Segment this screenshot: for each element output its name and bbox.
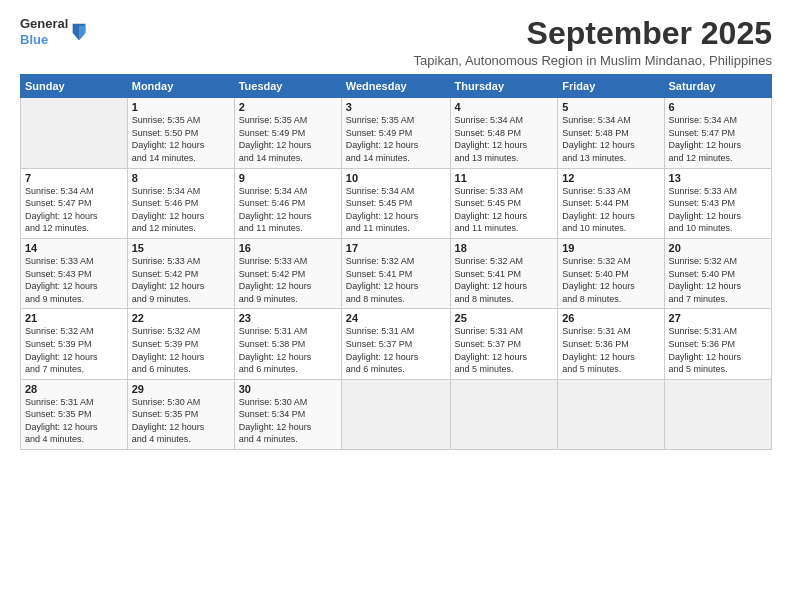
day-cell: 28Sunrise: 5:31 AMSunset: 5:35 PMDayligh… [21,379,128,449]
page: General Blue September 2025 Tapikan, Aut… [0,0,792,612]
month-title: September 2025 [414,16,772,51]
day-number: 4 [455,101,554,113]
day-cell: 18Sunrise: 5:32 AMSunset: 5:41 PMDayligh… [450,238,558,308]
week-row-4: 21Sunrise: 5:32 AMSunset: 5:39 PMDayligh… [21,309,772,379]
day-number: 1 [132,101,230,113]
logo: General Blue [20,16,88,47]
day-header-tuesday: Tuesday [234,75,341,98]
day-info: Sunrise: 5:34 AMSunset: 5:46 PMDaylight:… [132,185,230,235]
day-number: 12 [562,172,659,184]
day-cell: 10Sunrise: 5:34 AMSunset: 5:45 PMDayligh… [341,168,450,238]
day-info: Sunrise: 5:34 AMSunset: 5:48 PMDaylight:… [562,114,659,164]
day-number: 7 [25,172,123,184]
day-cell: 27Sunrise: 5:31 AMSunset: 5:36 PMDayligh… [664,309,771,379]
day-number: 19 [562,242,659,254]
day-info: Sunrise: 5:35 AMSunset: 5:49 PMDaylight:… [346,114,446,164]
day-info: Sunrise: 5:34 AMSunset: 5:45 PMDaylight:… [346,185,446,235]
week-row-1: 1Sunrise: 5:35 AMSunset: 5:50 PMDaylight… [21,98,772,168]
week-row-5: 28Sunrise: 5:31 AMSunset: 5:35 PMDayligh… [21,379,772,449]
day-info: Sunrise: 5:34 AMSunset: 5:46 PMDaylight:… [239,185,337,235]
logo-text: General Blue [20,16,68,47]
day-header-monday: Monday [127,75,234,98]
week-row-3: 14Sunrise: 5:33 AMSunset: 5:43 PMDayligh… [21,238,772,308]
day-info: Sunrise: 5:33 AMSunset: 5:44 PMDaylight:… [562,185,659,235]
day-info: Sunrise: 5:32 AMSunset: 5:41 PMDaylight:… [455,255,554,305]
day-info: Sunrise: 5:31 AMSunset: 5:36 PMDaylight:… [562,325,659,375]
day-number: 6 [669,101,767,113]
day-cell: 13Sunrise: 5:33 AMSunset: 5:43 PMDayligh… [664,168,771,238]
day-number: 2 [239,101,337,113]
week-row-2: 7Sunrise: 5:34 AMSunset: 5:47 PMDaylight… [21,168,772,238]
day-cell: 15Sunrise: 5:33 AMSunset: 5:42 PMDayligh… [127,238,234,308]
day-number: 24 [346,312,446,324]
day-cell: 29Sunrise: 5:30 AMSunset: 5:35 PMDayligh… [127,379,234,449]
day-cell: 22Sunrise: 5:32 AMSunset: 5:39 PMDayligh… [127,309,234,379]
day-cell: 30Sunrise: 5:30 AMSunset: 5:34 PMDayligh… [234,379,341,449]
day-info: Sunrise: 5:33 AMSunset: 5:42 PMDaylight:… [239,255,337,305]
day-cell: 7Sunrise: 5:34 AMSunset: 5:47 PMDaylight… [21,168,128,238]
day-info: Sunrise: 5:31 AMSunset: 5:37 PMDaylight:… [455,325,554,375]
day-number: 27 [669,312,767,324]
day-number: 18 [455,242,554,254]
day-number: 22 [132,312,230,324]
calendar-table: SundayMondayTuesdayWednesdayThursdayFrid… [20,74,772,450]
day-cell [664,379,771,449]
day-cell: 14Sunrise: 5:33 AMSunset: 5:43 PMDayligh… [21,238,128,308]
day-number: 10 [346,172,446,184]
header: General Blue September 2025 Tapikan, Aut… [20,16,772,68]
day-number: 29 [132,383,230,395]
day-number: 5 [562,101,659,113]
day-info: Sunrise: 5:34 AMSunset: 5:48 PMDaylight:… [455,114,554,164]
day-cell: 9Sunrise: 5:34 AMSunset: 5:46 PMDaylight… [234,168,341,238]
day-info: Sunrise: 5:34 AMSunset: 5:47 PMDaylight:… [25,185,123,235]
day-header-friday: Friday [558,75,664,98]
day-cell: 24Sunrise: 5:31 AMSunset: 5:37 PMDayligh… [341,309,450,379]
day-cell: 3Sunrise: 5:35 AMSunset: 5:49 PMDaylight… [341,98,450,168]
day-info: Sunrise: 5:35 AMSunset: 5:50 PMDaylight:… [132,114,230,164]
day-number: 20 [669,242,767,254]
day-info: Sunrise: 5:33 AMSunset: 5:43 PMDaylight:… [669,185,767,235]
day-cell: 17Sunrise: 5:32 AMSunset: 5:41 PMDayligh… [341,238,450,308]
day-cell: 12Sunrise: 5:33 AMSunset: 5:44 PMDayligh… [558,168,664,238]
day-info: Sunrise: 5:32 AMSunset: 5:39 PMDaylight:… [25,325,123,375]
day-info: Sunrise: 5:33 AMSunset: 5:45 PMDaylight:… [455,185,554,235]
day-info: Sunrise: 5:31 AMSunset: 5:36 PMDaylight:… [669,325,767,375]
day-cell: 16Sunrise: 5:33 AMSunset: 5:42 PMDayligh… [234,238,341,308]
svg-marker-1 [79,25,85,40]
day-number: 26 [562,312,659,324]
day-cell: 6Sunrise: 5:34 AMSunset: 5:47 PMDaylight… [664,98,771,168]
day-cell [341,379,450,449]
day-cell: 20Sunrise: 5:32 AMSunset: 5:40 PMDayligh… [664,238,771,308]
day-info: Sunrise: 5:35 AMSunset: 5:49 PMDaylight:… [239,114,337,164]
day-header-thursday: Thursday [450,75,558,98]
day-info: Sunrise: 5:31 AMSunset: 5:37 PMDaylight:… [346,325,446,375]
day-cell [450,379,558,449]
calendar-header-row: SundayMondayTuesdayWednesdayThursdayFrid… [21,75,772,98]
day-cell: 11Sunrise: 5:33 AMSunset: 5:45 PMDayligh… [450,168,558,238]
day-info: Sunrise: 5:31 AMSunset: 5:38 PMDaylight:… [239,325,337,375]
day-cell: 25Sunrise: 5:31 AMSunset: 5:37 PMDayligh… [450,309,558,379]
day-number: 14 [25,242,123,254]
day-info: Sunrise: 5:32 AMSunset: 5:40 PMDaylight:… [669,255,767,305]
day-number: 30 [239,383,337,395]
day-info: Sunrise: 5:31 AMSunset: 5:35 PMDaylight:… [25,396,123,446]
day-cell: 2Sunrise: 5:35 AMSunset: 5:49 PMDaylight… [234,98,341,168]
day-number: 25 [455,312,554,324]
day-info: Sunrise: 5:33 AMSunset: 5:42 PMDaylight:… [132,255,230,305]
day-info: Sunrise: 5:30 AMSunset: 5:35 PMDaylight:… [132,396,230,446]
day-info: Sunrise: 5:32 AMSunset: 5:39 PMDaylight:… [132,325,230,375]
day-cell: 8Sunrise: 5:34 AMSunset: 5:46 PMDaylight… [127,168,234,238]
day-info: Sunrise: 5:32 AMSunset: 5:40 PMDaylight:… [562,255,659,305]
day-info: Sunrise: 5:34 AMSunset: 5:47 PMDaylight:… [669,114,767,164]
logo-line2: Blue [20,32,68,48]
day-number: 21 [25,312,123,324]
day-number: 11 [455,172,554,184]
day-cell: 4Sunrise: 5:34 AMSunset: 5:48 PMDaylight… [450,98,558,168]
title-section: September 2025 Tapikan, Autonomous Regio… [414,16,772,68]
day-cell: 26Sunrise: 5:31 AMSunset: 5:36 PMDayligh… [558,309,664,379]
day-number: 15 [132,242,230,254]
day-cell: 21Sunrise: 5:32 AMSunset: 5:39 PMDayligh… [21,309,128,379]
day-number: 17 [346,242,446,254]
day-info: Sunrise: 5:32 AMSunset: 5:41 PMDaylight:… [346,255,446,305]
day-cell: 23Sunrise: 5:31 AMSunset: 5:38 PMDayligh… [234,309,341,379]
